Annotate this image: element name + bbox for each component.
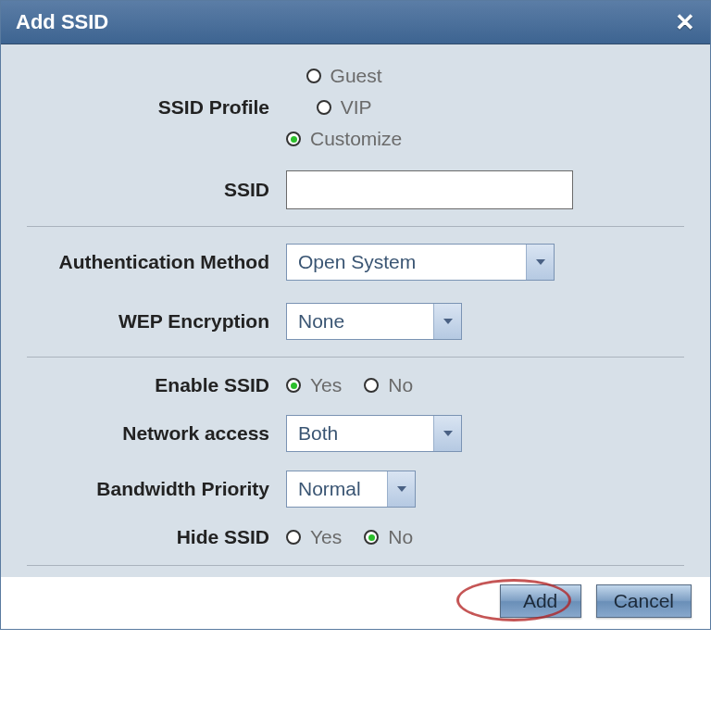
separator: [27, 226, 684, 227]
chevron-down-icon: [433, 304, 461, 339]
row-bandwidth-priority: Bandwidth Priority Normal: [27, 471, 684, 508]
label-ssid: SSID: [27, 179, 286, 201]
ssid-control: [286, 170, 573, 209]
radio-label: Yes: [310, 374, 342, 396]
label-network-access: Network access: [27, 422, 286, 445]
label-bandwidth-priority: Bandwidth Priority: [27, 478, 286, 500]
radio-hide-yes[interactable]: Yes: [286, 526, 342, 548]
bandwidth-priority-control: Normal: [286, 471, 416, 508]
select-value: Both: [287, 416, 433, 451]
radio-icon: [364, 378, 379, 393]
row-auth-method: Authentication Method Open System: [27, 244, 684, 281]
network-access-select[interactable]: Both: [286, 415, 462, 452]
radio-enable-no[interactable]: No: [364, 374, 413, 396]
radio-icon: [286, 530, 301, 545]
ssid-profile-group: Guest VIP Customize: [286, 65, 402, 150]
radio-label: Guest: [331, 65, 382, 87]
radio-icon: [317, 100, 331, 115]
row-enable-ssid: Enable SSID Yes No: [27, 374, 684, 396]
row-ssid-profile: SSID Profile Guest VIP Customize: [27, 65, 684, 150]
radio-label: Customize: [310, 128, 402, 150]
auth-method-control: Open System: [286, 244, 555, 281]
radio-label: VIP: [341, 96, 372, 119]
hide-ssid-group: Yes No: [286, 526, 413, 548]
auth-method-select[interactable]: Open System: [286, 244, 555, 281]
add-button[interactable]: Add: [500, 584, 581, 618]
dialog-title: Add SSID: [16, 10, 108, 34]
dialog-footer: Add Cancel: [1, 577, 710, 629]
chevron-down-icon: [433, 416, 461, 451]
radio-icon-selected: [364, 530, 379, 545]
radio-hide-no[interactable]: No: [364, 526, 413, 548]
dialog-titlebar: Add SSID ✕: [1, 1, 710, 44]
bandwidth-priority-select[interactable]: Normal: [286, 471, 416, 508]
row-network-access: Network access Both: [27, 415, 684, 452]
label-hide-ssid: Hide SSID: [27, 526, 286, 548]
radio-icon-selected: [286, 378, 301, 393]
separator: [27, 565, 684, 566]
network-access-control: Both: [286, 415, 462, 452]
radio-icon-selected: [286, 132, 301, 146]
label-auth-method: Authentication Method: [27, 251, 286, 273]
close-icon[interactable]: ✕: [675, 10, 695, 34]
dialog-body: SSID Profile Guest VIP Customize SSID: [1, 44, 710, 577]
label-wep-enc: WEP Encryption: [27, 310, 286, 333]
row-hide-ssid: Hide SSID Yes No: [27, 526, 684, 548]
select-value: None: [287, 304, 433, 339]
radio-customize[interactable]: Customize: [286, 128, 402, 150]
select-value: Normal: [287, 471, 387, 507]
row-wep-encryption: WEP Encryption None: [27, 303, 684, 340]
radio-enable-yes[interactable]: Yes: [286, 374, 342, 396]
radio-guest[interactable]: Guest: [306, 65, 382, 87]
chevron-down-icon: [387, 471, 415, 507]
wep-enc-control: None: [286, 303, 462, 340]
label-enable-ssid: Enable SSID: [27, 374, 286, 396]
wep-encryption-select[interactable]: None: [286, 303, 462, 340]
radio-label: No: [388, 374, 413, 396]
add-ssid-dialog: Add SSID ✕ SSID Profile Guest VIP Custom…: [0, 0, 711, 630]
ssid-input[interactable]: [286, 170, 573, 209]
select-value: Open System: [287, 245, 526, 280]
radio-label: No: [388, 526, 413, 548]
radio-label: Yes: [310, 526, 342, 548]
label-ssid-profile: SSID Profile: [27, 65, 286, 119]
radio-vip[interactable]: VIP: [317, 96, 372, 119]
enable-ssid-group: Yes No: [286, 374, 413, 396]
radio-icon: [306, 69, 321, 83]
separator: [27, 357, 684, 358]
chevron-down-icon: [526, 245, 554, 280]
cancel-button[interactable]: Cancel: [596, 584, 692, 618]
row-ssid: SSID: [27, 170, 684, 209]
